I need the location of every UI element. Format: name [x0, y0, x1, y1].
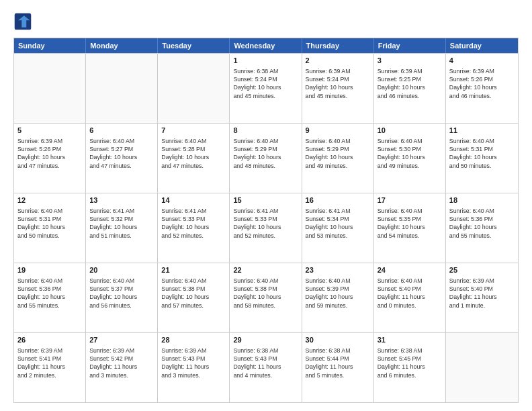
day-cell-16: 16Sunrise: 6:41 AM Sunset: 5:34 PM Dayli…	[302, 193, 374, 263]
day-info: Sunrise: 6:40 AM Sunset: 5:28 PM Dayligh…	[161, 137, 226, 170]
logo	[13, 12, 35, 31]
day-info: Sunrise: 6:41 AM Sunset: 5:33 PM Dayligh…	[233, 207, 298, 240]
day-number: 23	[306, 265, 370, 275]
logo-icon	[13, 12, 32, 31]
day-number: 28	[161, 335, 226, 345]
day-info: Sunrise: 6:40 AM Sunset: 5:37 PM Dayligh…	[89, 277, 154, 310]
day-number: 4	[449, 56, 515, 66]
day-number: 1	[233, 56, 298, 66]
day-number: 17	[378, 195, 442, 205]
day-cell-7: 7Sunrise: 6:40 AM Sunset: 5:28 PM Daylig…	[158, 124, 230, 193]
day-cell-3: 3Sunrise: 6:39 AM Sunset: 5:25 PM Daylig…	[374, 54, 446, 123]
day-number: 3	[378, 56, 442, 66]
day-number: 12	[17, 195, 82, 205]
day-number: 16	[306, 195, 370, 205]
day-number: 13	[89, 195, 154, 205]
day-number: 10	[378, 126, 442, 136]
day-cell-13: 13Sunrise: 6:41 AM Sunset: 5:32 PM Dayli…	[86, 193, 158, 263]
day-cell-14: 14Sunrise: 6:41 AM Sunset: 5:33 PM Dayli…	[158, 193, 230, 263]
day-info: Sunrise: 6:40 AM Sunset: 5:38 PM Dayligh…	[233, 277, 298, 310]
day-cell-6: 6Sunrise: 6:40 AM Sunset: 5:27 PM Daylig…	[86, 124, 158, 193]
calendar-row-4: 19Sunrise: 6:40 AM Sunset: 5:36 PM Dayli…	[14, 263, 518, 332]
day-info: Sunrise: 6:40 AM Sunset: 5:35 PM Dayligh…	[378, 207, 442, 240]
day-number: 26	[17, 335, 82, 345]
day-cell-9: 9Sunrise: 6:40 AM Sunset: 5:29 PM Daylig…	[302, 124, 374, 193]
day-cell-20: 20Sunrise: 6:40 AM Sunset: 5:37 PM Dayli…	[86, 263, 158, 332]
weekday-header-monday: Monday	[86, 38, 158, 53]
day-info: Sunrise: 6:40 AM Sunset: 5:31 PM Dayligh…	[17, 207, 82, 240]
weekday-header-sunday: Sunday	[14, 38, 86, 53]
empty-cell	[14, 54, 86, 123]
page: SundayMondayTuesdayWednesdayThursdayFrid…	[0, 0, 532, 411]
empty-cell	[86, 54, 158, 123]
day-cell-5: 5Sunrise: 6:39 AM Sunset: 5:26 PM Daylig…	[14, 124, 86, 193]
day-number: 21	[161, 265, 226, 275]
weekday-header-thursday: Thursday	[302, 38, 374, 53]
day-info: Sunrise: 6:40 AM Sunset: 5:30 PM Dayligh…	[378, 137, 442, 170]
header	[13, 12, 519, 31]
day-number: 18	[449, 195, 515, 205]
day-info: Sunrise: 6:38 AM Sunset: 5:44 PM Dayligh…	[306, 347, 370, 379]
day-cell-29: 29Sunrise: 6:38 AM Sunset: 5:43 PM Dayli…	[230, 333, 302, 402]
day-number: 14	[161, 195, 226, 205]
calendar: SundayMondayTuesdayWednesdayThursdayFrid…	[13, 38, 519, 403]
day-info: Sunrise: 6:39 AM Sunset: 5:26 PM Dayligh…	[17, 137, 82, 170]
day-number: 6	[89, 126, 154, 136]
day-number: 27	[89, 335, 154, 345]
day-cell-31: 31Sunrise: 6:38 AM Sunset: 5:45 PM Dayli…	[374, 333, 446, 402]
day-cell-10: 10Sunrise: 6:40 AM Sunset: 5:30 PM Dayli…	[374, 124, 446, 193]
weekday-header-wednesday: Wednesday	[230, 38, 302, 53]
day-cell-25: 25Sunrise: 6:39 AM Sunset: 5:40 PM Dayli…	[446, 263, 518, 332]
empty-cell	[446, 333, 518, 402]
day-info: Sunrise: 6:41 AM Sunset: 5:32 PM Dayligh…	[89, 207, 154, 240]
day-info: Sunrise: 6:38 AM Sunset: 5:43 PM Dayligh…	[233, 347, 298, 379]
day-number: 22	[233, 265, 298, 275]
day-number: 30	[306, 335, 370, 345]
day-info: Sunrise: 6:40 AM Sunset: 5:38 PM Dayligh…	[161, 277, 226, 310]
calendar-header: SundayMondayTuesdayWednesdayThursdayFrid…	[14, 38, 518, 53]
day-number: 9	[306, 126, 370, 136]
day-cell-18: 18Sunrise: 6:40 AM Sunset: 5:36 PM Dayli…	[446, 193, 518, 263]
day-info: Sunrise: 6:41 AM Sunset: 5:34 PM Dayligh…	[306, 207, 370, 240]
weekday-header-tuesday: Tuesday	[158, 38, 230, 53]
empty-cell	[158, 54, 230, 123]
day-number: 24	[378, 265, 442, 275]
day-number: 29	[233, 335, 298, 345]
day-info: Sunrise: 6:40 AM Sunset: 5:39 PM Dayligh…	[306, 277, 370, 310]
day-cell-2: 2Sunrise: 6:39 AM Sunset: 5:24 PM Daylig…	[302, 54, 374, 123]
weekday-header-friday: Friday	[374, 38, 446, 53]
day-cell-12: 12Sunrise: 6:40 AM Sunset: 5:31 PM Dayli…	[14, 193, 86, 263]
day-cell-21: 21Sunrise: 6:40 AM Sunset: 5:38 PM Dayli…	[158, 263, 230, 332]
calendar-body: 1Sunrise: 6:38 AM Sunset: 5:24 PM Daylig…	[14, 53, 518, 402]
day-number: 25	[449, 265, 515, 275]
day-info: Sunrise: 6:39 AM Sunset: 5:24 PM Dayligh…	[306, 67, 370, 100]
calendar-row-3: 12Sunrise: 6:40 AM Sunset: 5:31 PM Dayli…	[14, 193, 518, 263]
day-info: Sunrise: 6:40 AM Sunset: 5:40 PM Dayligh…	[378, 277, 442, 310]
day-cell-8: 8Sunrise: 6:40 AM Sunset: 5:29 PM Daylig…	[230, 124, 302, 193]
day-cell-19: 19Sunrise: 6:40 AM Sunset: 5:36 PM Dayli…	[14, 263, 86, 332]
day-info: Sunrise: 6:40 AM Sunset: 5:29 PM Dayligh…	[306, 137, 370, 170]
day-cell-22: 22Sunrise: 6:40 AM Sunset: 5:38 PM Dayli…	[230, 263, 302, 332]
weekday-header-saturday: Saturday	[446, 38, 518, 53]
day-info: Sunrise: 6:39 AM Sunset: 5:43 PM Dayligh…	[161, 347, 226, 379]
day-info: Sunrise: 6:40 AM Sunset: 5:27 PM Dayligh…	[89, 137, 154, 170]
day-number: 20	[89, 265, 154, 275]
day-number: 19	[17, 265, 82, 275]
day-cell-11: 11Sunrise: 6:40 AM Sunset: 5:31 PM Dayli…	[446, 124, 518, 193]
day-info: Sunrise: 6:38 AM Sunset: 5:45 PM Dayligh…	[378, 347, 442, 379]
day-number: 31	[378, 335, 442, 345]
day-info: Sunrise: 6:39 AM Sunset: 5:26 PM Dayligh…	[449, 67, 515, 100]
day-info: Sunrise: 6:39 AM Sunset: 5:42 PM Dayligh…	[89, 347, 154, 379]
day-cell-4: 4Sunrise: 6:39 AM Sunset: 5:26 PM Daylig…	[446, 54, 518, 123]
day-cell-27: 27Sunrise: 6:39 AM Sunset: 5:42 PM Dayli…	[86, 333, 158, 402]
day-number: 8	[233, 126, 298, 136]
day-cell-23: 23Sunrise: 6:40 AM Sunset: 5:39 PM Dayli…	[302, 263, 374, 332]
day-cell-30: 30Sunrise: 6:38 AM Sunset: 5:44 PM Dayli…	[302, 333, 374, 402]
day-number: 11	[449, 126, 515, 136]
day-cell-28: 28Sunrise: 6:39 AM Sunset: 5:43 PM Dayli…	[158, 333, 230, 402]
day-cell-26: 26Sunrise: 6:39 AM Sunset: 5:41 PM Dayli…	[14, 333, 86, 402]
day-info: Sunrise: 6:40 AM Sunset: 5:31 PM Dayligh…	[449, 137, 515, 170]
day-cell-24: 24Sunrise: 6:40 AM Sunset: 5:40 PM Dayli…	[374, 263, 446, 332]
day-number: 2	[306, 56, 370, 66]
day-info: Sunrise: 6:40 AM Sunset: 5:29 PM Dayligh…	[233, 137, 298, 170]
